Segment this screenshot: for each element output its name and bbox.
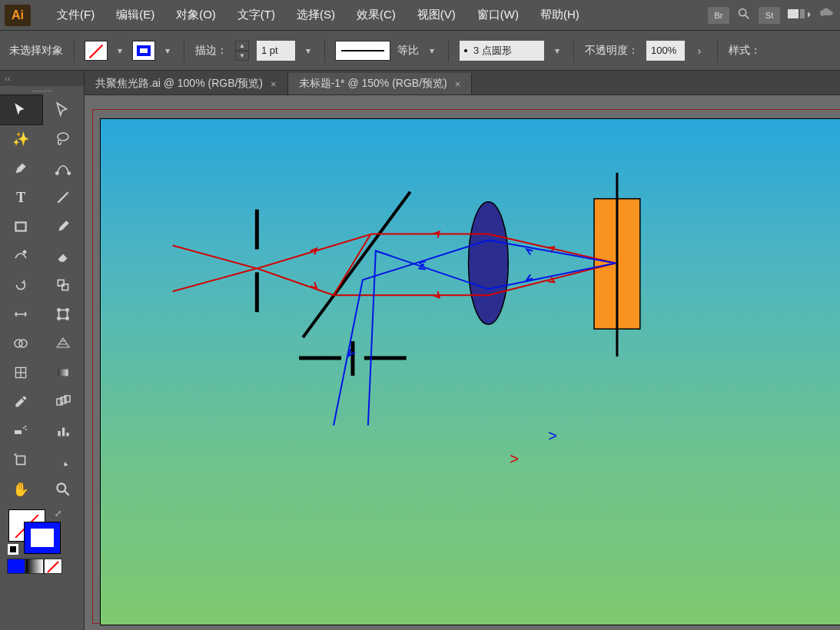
rectangle-tool[interactable]: [0, 212, 42, 241]
stroke-weight-stepper[interactable]: ▲▼: [235, 41, 249, 61]
eraser-tool[interactable]: [42, 241, 85, 270]
svg-point-17: [19, 340, 27, 347]
hand-tool[interactable]: ✋: [0, 475, 42, 504]
magic-wand-tool[interactable]: ✨: [0, 124, 42, 154]
bridge-button[interactable]: Br: [708, 7, 729, 24]
opacity-field[interactable]: 100%: [646, 41, 685, 61]
menu-view[interactable]: 视图(V): [408, 5, 465, 25]
workspace: ‹‹ ┅┅┅┅ ✨ T: [0, 71, 840, 630]
curvature-tool[interactable]: [42, 154, 85, 183]
perspective-grid-tool[interactable]: [42, 329, 85, 358]
opacity-more-icon[interactable]: ›: [692, 45, 706, 57]
free-transform-tool[interactable]: [42, 300, 85, 329]
stock-button[interactable]: St: [759, 7, 780, 24]
scale-tool[interactable]: [42, 270, 85, 300]
menu-object[interactable]: 对象(O): [167, 5, 225, 25]
default-fill-stroke-icon[interactable]: [8, 544, 18, 555]
zoom-tool[interactable]: [42, 475, 85, 504]
svg-rect-3: [800, 9, 805, 18]
gradient-tool[interactable]: [42, 358, 85, 387]
fill-stroke-indicator[interactable]: ⤢: [8, 509, 61, 555]
menu-file[interactable]: 文件(F): [48, 5, 104, 25]
column-graph-tool[interactable]: [42, 416, 85, 446]
brush-dot-icon: [464, 49, 467, 52]
tools-grip[interactable]: ┅┅┅┅: [0, 86, 84, 95]
stroke-profile-dropdown[interactable]: ▾: [427, 41, 437, 60]
svg-point-26: [23, 427, 25, 429]
svg-point-6: [68, 172, 70, 174]
slice-tool[interactable]: [42, 446, 85, 475]
tab-doc-2[interactable]: 未标题-1* @ 150% (RGB/预览) ×: [288, 73, 473, 94]
fill-swatch[interactable]: [85, 41, 107, 60]
svg-point-13: [66, 309, 68, 311]
pencil-tool[interactable]: [0, 241, 42, 270]
menu-window[interactable]: 窗口(W): [468, 5, 528, 25]
cloud-sync-icon[interactable]: [818, 7, 835, 23]
tab-doc-1[interactable]: 共聚焦光路.ai @ 100% (RGB/预览) ×: [85, 73, 288, 94]
tab-label: 共聚焦光路.ai @ 100% (RGB/预览): [95, 77, 263, 91]
color-mode-none[interactable]: [45, 559, 61, 573]
control-bar: 未选择对象 ▾ ▾ 描边： ▲▼ 1 pt ▾ 等比 ▾ 3 点圆形 ▾ 不透明…: [0, 31, 840, 71]
svg-point-14: [58, 317, 60, 320]
app-logo: Ai: [5, 5, 31, 26]
menu-help[interactable]: 帮助(H): [531, 5, 589, 25]
stroke-swatch[interactable]: [133, 41, 154, 60]
divider: [717, 39, 718, 62]
shape-builder-tool[interactable]: [0, 329, 42, 358]
svg-rect-8: [16, 223, 26, 231]
brush-preset-label: 3 点圆形: [473, 44, 512, 58]
style-label: 样式：: [729, 44, 761, 58]
menu-text[interactable]: 文字(T): [228, 5, 284, 25]
lens: [469, 202, 509, 325]
stroke-weight-dropdown[interactable]: ▾: [303, 41, 314, 60]
artwork: > >: [101, 119, 840, 625]
tools-panel: ‹‹ ┅┅┅┅ ✨ T: [0, 71, 85, 630]
swap-fill-stroke-icon[interactable]: ⤢: [55, 509, 61, 519]
close-icon[interactable]: ×: [271, 78, 277, 90]
line-segment-tool[interactable]: [42, 183, 85, 212]
stroke-weight-field[interactable]: 1 pt: [257, 41, 295, 61]
mesh-tool[interactable]: [0, 358, 42, 387]
stroke-weight-label: 描边：: [195, 44, 227, 58]
svg-point-35: [57, 483, 65, 492]
paintbrush-tool[interactable]: [42, 212, 85, 241]
blend-tool[interactable]: [42, 387, 85, 416]
fill-dropdown[interactable]: ▾: [115, 41, 125, 60]
stray-red-arrow: >: [510, 450, 519, 467]
lasso-tool[interactable]: [42, 124, 85, 154]
svg-rect-30: [62, 428, 65, 436]
search-icon[interactable]: [737, 7, 751, 23]
stroke-indicator[interactable]: [25, 522, 60, 553]
svg-rect-31: [66, 433, 68, 436]
rotate-tool[interactable]: [0, 270, 42, 300]
workspace-switcher-icon[interactable]: [788, 8, 811, 22]
color-mode-solid[interactable]: [8, 559, 25, 573]
symbol-sprayer-tool[interactable]: [0, 416, 42, 446]
divider: [573, 39, 574, 62]
brush-preset-field[interactable]: 3 点圆形: [460, 41, 544, 61]
menu-edit[interactable]: 编辑(E): [107, 5, 164, 25]
opacity-label: 不透明度：: [585, 44, 639, 58]
menu-select[interactable]: 选择(S): [287, 5, 344, 25]
direct-selection-tool[interactable]: [42, 95, 85, 124]
artboard[interactable]: > >: [100, 118, 840, 625]
eyedropper-tool[interactable]: [0, 387, 42, 416]
artboard-tool[interactable]: [0, 446, 42, 475]
divider: [448, 39, 449, 62]
svg-point-27: [25, 429, 27, 430]
svg-rect-22: [57, 399, 62, 405]
brush-preset-dropdown[interactable]: ▾: [552, 41, 563, 60]
pen-tool[interactable]: [0, 154, 42, 183]
divider: [184, 39, 184, 62]
width-tool[interactable]: [0, 300, 42, 329]
svg-rect-24: [65, 396, 70, 402]
type-tool[interactable]: T: [0, 183, 42, 212]
tools-collapse-button[interactable]: ‹‹: [0, 71, 84, 86]
color-mode-gradient[interactable]: [26, 559, 43, 573]
close-icon[interactable]: ×: [455, 78, 461, 90]
stroke-profile-preview[interactable]: [336, 41, 390, 60]
selection-tool[interactable]: [0, 95, 42, 124]
stroke-dropdown[interactable]: ▾: [162, 41, 173, 60]
canvas[interactable]: > >: [85, 95, 840, 630]
menu-effect[interactable]: 效果(C): [347, 5, 405, 25]
